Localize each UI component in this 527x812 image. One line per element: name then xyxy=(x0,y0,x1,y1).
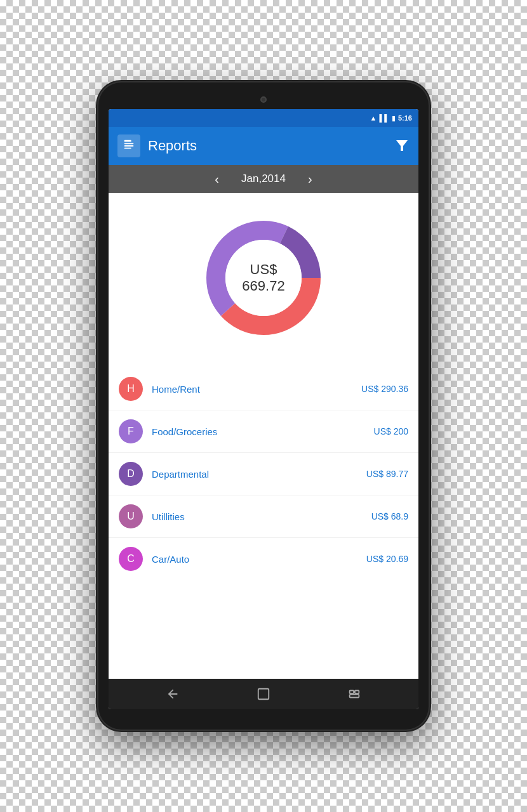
time-display: 5:16 xyxy=(398,114,412,122)
app-bar-doc-icon xyxy=(117,134,140,157)
back-button[interactable] xyxy=(160,681,185,707)
battery-icon: ▮ xyxy=(392,114,396,122)
item-amount-2: US$ 89.77 xyxy=(366,469,408,479)
app-bar: Reports xyxy=(109,127,418,165)
donut-center-label: US$ 669.72 xyxy=(229,261,298,294)
list-item[interactable]: D Departmental US$ 89.77 xyxy=(109,453,418,495)
list-item[interactable]: C Car/Auto US$ 20.69 xyxy=(109,538,418,580)
app-title: Reports xyxy=(148,138,387,154)
item-badge-0: H xyxy=(119,377,143,401)
chart-area: US$ 669.72 xyxy=(109,193,418,363)
month-label: Jan,2014 xyxy=(232,173,295,185)
prev-month-button[interactable]: ‹ xyxy=(215,172,219,187)
funnel-icon xyxy=(394,138,410,154)
list-item[interactable]: H Home/Rent US$ 290.36 xyxy=(109,368,418,410)
total-amount: US$ 669.72 xyxy=(242,261,284,294)
screen: ▲ ▌▌ ▮ 5:16 Reports xyxy=(109,109,418,709)
home-button[interactable] xyxy=(251,681,276,707)
svg-rect-8 xyxy=(349,695,359,698)
svg-rect-6 xyxy=(258,689,269,700)
item-amount-3: US$ 68.9 xyxy=(371,511,408,521)
back-icon xyxy=(166,687,180,701)
wifi-icon: ▲ xyxy=(370,114,377,122)
item-name-4: Car/Auto xyxy=(152,554,357,565)
signal-icon: ▌▌ xyxy=(379,114,389,122)
svg-rect-1 xyxy=(124,143,134,144)
nav-bar xyxy=(109,679,418,709)
item-name-3: Utillities xyxy=(152,511,363,522)
svg-rect-0 xyxy=(124,140,131,142)
recents-icon xyxy=(347,687,361,701)
document-icon xyxy=(122,139,136,153)
recents-button[interactable] xyxy=(342,681,367,707)
donut-chart: US$ 669.72 xyxy=(194,208,333,348)
item-badge-4: C xyxy=(119,547,143,571)
device-top xyxy=(109,93,418,109)
item-amount-4: US$ 20.69 xyxy=(366,554,408,564)
list-item[interactable]: F Food/Groceries US$ 200 xyxy=(109,410,418,453)
svg-rect-3 xyxy=(124,148,131,149)
svg-rect-2 xyxy=(124,145,134,147)
status-icons: ▲ ▌▌ ▮ 5:16 xyxy=(370,114,412,122)
camera xyxy=(260,96,267,103)
item-badge-3: U xyxy=(119,504,143,528)
device: ▲ ▌▌ ▮ 5:16 Reports xyxy=(98,82,429,730)
item-amount-0: US$ 290.36 xyxy=(361,384,408,394)
filter-button[interactable] xyxy=(394,138,410,154)
expense-list: H Home/Rent US$ 290.36 F Food/Groceries … xyxy=(109,363,418,679)
svg-rect-7 xyxy=(349,691,353,694)
item-badge-2: D xyxy=(119,462,143,486)
month-nav: ‹ Jan,2014 › xyxy=(109,165,418,193)
item-badge-1: F xyxy=(119,419,143,443)
svg-rect-9 xyxy=(355,691,359,694)
svg-marker-4 xyxy=(396,140,408,151)
item-name-0: Home/Rent xyxy=(152,384,352,395)
item-name-2: Departmental xyxy=(152,469,357,480)
home-icon xyxy=(257,687,270,701)
list-item[interactable]: U Utillities US$ 68.9 xyxy=(109,495,418,538)
next-month-button[interactable]: › xyxy=(308,172,312,187)
item-name-1: Food/Groceries xyxy=(152,426,365,437)
item-amount-1: US$ 200 xyxy=(374,426,408,436)
status-bar: ▲ ▌▌ ▮ 5:16 xyxy=(109,109,418,127)
